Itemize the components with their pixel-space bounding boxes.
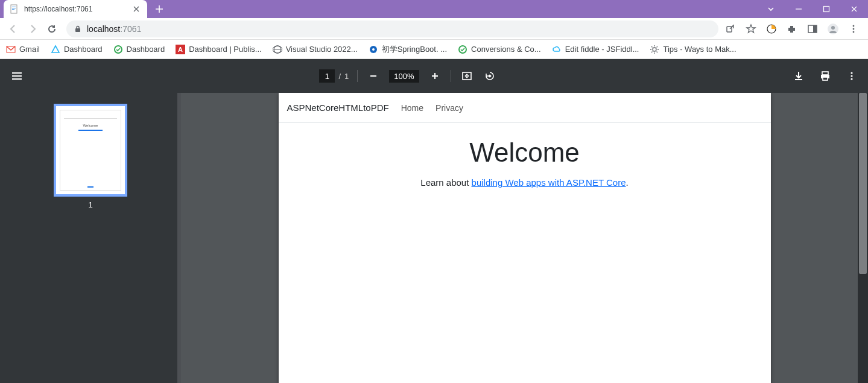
thumb-title-text: Welcome — [60, 124, 121, 127]
cloud-icon — [552, 45, 562, 54]
tab-search-button[interactable] — [757, 0, 785, 18]
globe-icon — [273, 45, 282, 54]
toolbar-right — [792, 69, 858, 83]
new-tab-button[interactable] — [151, 1, 168, 17]
svg-point-14 — [853, 31, 855, 33]
bookmark-star-icon[interactable] — [745, 23, 757, 35]
nav-forward-button[interactable] — [24, 21, 41, 37]
svg-line-29 — [657, 51, 658, 52]
window-controls — [785, 0, 868, 18]
window-minimize-button[interactable] — [785, 0, 813, 18]
zoom-in-button[interactable] — [428, 69, 442, 83]
thumbnail-sidebar: Welcome 1 — [0, 93, 181, 383]
page-area[interactable]: ASPNetCoreHTMLtoPDF Home Privacy Welcome… — [181, 93, 868, 383]
svg-rect-2 — [12, 8, 16, 8]
svg-rect-33 — [488, 74, 492, 78]
page-thumbnail[interactable]: Welcome — [54, 104, 127, 197]
chrome-menu-icon[interactable] — [847, 23, 860, 35]
tab-title: https://localhost:7061 — [24, 5, 127, 13]
thumb-link-line — [78, 130, 103, 131]
profile-avatar-icon[interactable] — [827, 23, 839, 35]
fit-page-button[interactable] — [460, 69, 474, 83]
svg-rect-3 — [12, 9, 14, 10]
svg-text:A: A — [178, 46, 183, 53]
svg-point-21 — [372, 48, 375, 51]
scroll-thumb[interactable] — [859, 93, 867, 274]
svg-rect-9 — [813, 25, 817, 33]
bookmark-dashboard-1[interactable]: Dashboard — [51, 45, 103, 54]
bookmark-gmail[interactable]: Gmail — [6, 45, 40, 54]
rotate-button[interactable] — [483, 69, 497, 83]
svg-point-38 — [851, 75, 852, 77]
sidebar-toggle-button[interactable] — [10, 69, 24, 83]
share-icon[interactable] — [724, 23, 737, 35]
extensions-icon[interactable] — [786, 23, 798, 35]
ext-icon-1[interactable] — [765, 23, 778, 35]
doc-learn-line: Learn about building Web apps with ASP.N… — [279, 177, 771, 188]
svg-point-11 — [831, 26, 835, 30]
print-button[interactable] — [819, 69, 832, 83]
toolbar-divider — [451, 70, 451, 82]
window-maximize-button[interactable] — [813, 0, 840, 18]
bookmark-label: Conversions & Co... — [471, 45, 541, 54]
svg-point-12 — [853, 25, 855, 27]
svg-rect-1 — [12, 7, 16, 7]
page-total: 1 — [344, 72, 349, 81]
more-menu-button[interactable] — [845, 69, 858, 83]
thumbnail-page-number: 1 — [88, 200, 92, 209]
learn-prefix: Learn about — [420, 177, 471, 188]
titlebar-spacer — [168, 0, 757, 18]
zoom-out-button[interactable] — [366, 69, 381, 83]
doc-nav-privacy: Privacy — [436, 103, 463, 113]
svg-point-23 — [653, 48, 656, 51]
spring-icon — [369, 45, 378, 54]
thumbnail-wrap: Welcome 1 — [54, 104, 127, 209]
bookmark-label: 初学SpringBoot. ... — [382, 44, 447, 55]
browser-tab[interactable]: https://localhost:7061 — [4, 0, 147, 18]
svg-point-39 — [851, 78, 852, 80]
thumb-foot-line — [87, 186, 93, 188]
bookmark-label: Dashboard — [127, 45, 165, 54]
svg-line-30 — [651, 51, 653, 52]
svg-point-37 — [851, 72, 852, 74]
pdf-toolbar: / 1 100% — [0, 59, 868, 93]
bookmark-dashboard-2[interactable]: Dashboard — [113, 45, 165, 54]
address-omnibox[interactable]: localhost:7061 — [66, 21, 718, 37]
svg-rect-34 — [822, 72, 828, 75]
address-url: localhost:7061 — [87, 24, 141, 34]
bookmark-label: Edit fiddle - JSFiddl... — [565, 45, 639, 54]
red-a-icon: A — [176, 45, 185, 54]
tab-close-icon[interactable] — [131, 4, 141, 14]
green-circle-icon — [113, 45, 123, 54]
thumb-header — [64, 114, 117, 119]
doc-heading: Welcome — [279, 138, 771, 168]
page-number-input[interactable] — [319, 69, 335, 83]
bookmark-label: Gmail — [19, 45, 40, 54]
bookmark-publis[interactable]: ADashboard | Publis... — [176, 45, 261, 54]
zoom-level[interactable]: 100% — [389, 70, 419, 83]
svg-rect-36 — [823, 77, 828, 80]
bookmark-jsfiddle[interactable]: Edit fiddle - JSFiddl... — [552, 45, 639, 54]
thumb-inner: Welcome — [60, 110, 121, 191]
nav-reload-button[interactable] — [43, 21, 60, 37]
bookmark-tips[interactable]: Tips - Ways to Mak... — [650, 45, 736, 54]
doc-body: Welcome Learn about building Web apps wi… — [279, 123, 771, 188]
pdf-page: ASPNetCoreHTMLtoPDF Home Privacy Welcome… — [279, 93, 771, 383]
green-circle-icon — [458, 45, 467, 54]
nav-back-button[interactable] — [5, 21, 22, 37]
page-separator: / — [338, 72, 341, 81]
bookmark-springboot[interactable]: 初学SpringBoot. ... — [369, 44, 447, 55]
viewer-body: Welcome 1 ASPNetCoreHTMLtoPDF Home Priva… — [0, 93, 868, 383]
window-close-button[interactable] — [840, 0, 868, 18]
scroll-track — [859, 93, 867, 383]
bookmark-conversions[interactable]: Conversions & Co... — [458, 45, 541, 54]
bookmarks-bar: Gmail Dashboard Dashboard ADashboard | P… — [0, 40, 868, 59]
bookmark-vs2022[interactable]: Visual Studio 2022... — [273, 45, 358, 54]
side-panel-icon[interactable] — [806, 23, 819, 35]
address-bar-row: localhost:7061 — [0, 18, 868, 40]
vertical-scrollbar[interactable] — [858, 93, 868, 383]
bookmark-label: Dashboard | Publis... — [189, 45, 261, 54]
doc-header: ASPNetCoreHTMLtoPDF Home Privacy — [279, 93, 771, 123]
download-button[interactable] — [792, 69, 805, 83]
toolbar-center: / 1 100% — [24, 69, 792, 83]
